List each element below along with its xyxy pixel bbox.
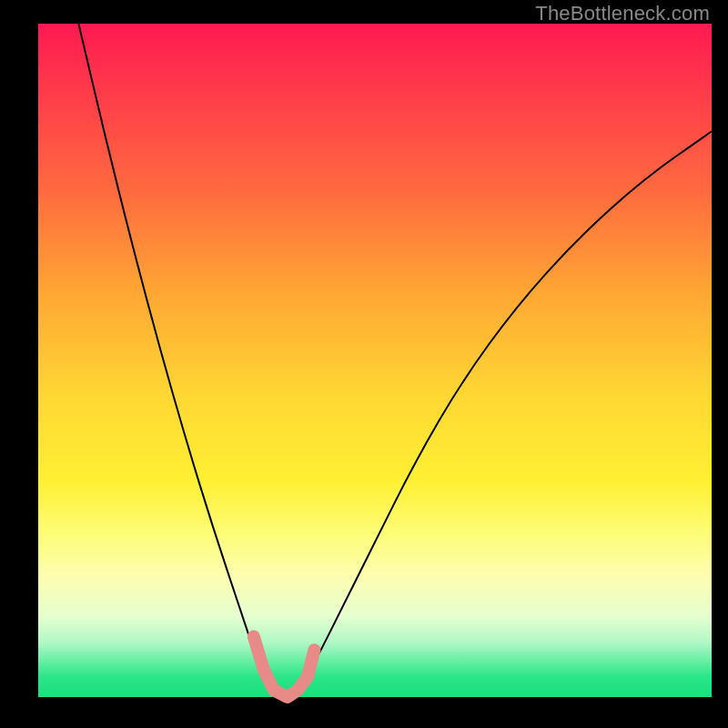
right-curve (294, 131, 712, 697)
valley-marker (254, 636, 315, 697)
chart-svg (38, 24, 712, 697)
left-curve (78, 24, 274, 697)
watermark-text: TheBottleneck.com (535, 2, 710, 25)
